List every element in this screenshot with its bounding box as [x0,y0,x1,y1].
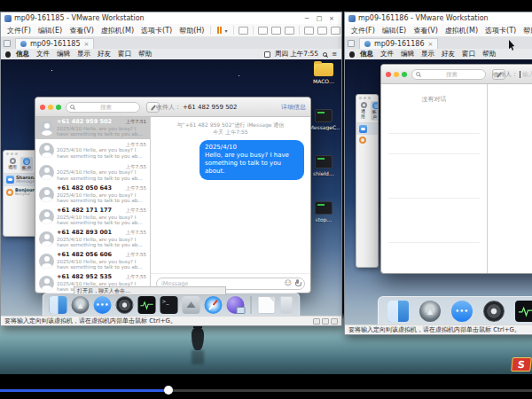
network-adapter-icon[interactable] [331,318,338,325]
prefs-close-button[interactable] [359,97,362,99]
close-traffic-light[interactable] [40,105,45,110]
desktop-icon-folder[interactable]: MACO… [308,59,340,106]
macos-menu-buddies[interactable]: 好友 [94,50,114,59]
show-library-button[interactable] [304,27,314,35]
macos-menu-edit[interactable]: 编辑 [397,50,418,59]
prefs-tab-general[interactable]: 通用 [6,157,19,171]
menubar-clock[interactable]: 周四 上午7:55 [275,50,318,59]
macos-menu-messages[interactable]: 信息 [356,50,377,59]
macos-menu-window[interactable]: 窗口 [458,50,479,59]
vm-tab[interactable]: mp09-161185 × [15,38,94,49]
minimize-traffic-light[interactable] [48,105,53,110]
menu-file[interactable]: 文件(F) [348,26,379,35]
conversation-search[interactable] [66,102,140,113]
tab-close-icon[interactable]: × [427,41,433,48]
dock-system-preferences-icon[interactable] [483,301,505,322]
dock-activity-monitor-icon[interactable] [138,296,156,314]
conversation-row[interactable]: 上午7:55 2025/4/10 Hello, are you busy? I … [35,161,150,184]
maximize-button[interactable]: □ [313,13,325,24]
snapshot-button[interactable] [258,27,268,35]
macos-menu-help[interactable]: 帮助 [135,50,155,59]
tab-close-icon[interactable]: × [83,41,89,48]
menu-file[interactable]: 文件(F) [4,26,35,35]
apple-icon[interactable] [349,51,355,58]
macos-menu-edit[interactable]: 编辑 [53,50,74,59]
manage-snapshots-button[interactable] [285,27,294,35]
dock-utility-icon[interactable] [183,296,200,314]
conversation-row[interactable]: +61 482 171 177上午7:55 2025/4/10 Hello, a… [35,206,150,228]
dock-document-icon[interactable] [258,296,276,314]
microphone-icon[interactable] [295,279,300,287]
emoji-icon[interactable]: ☺ [285,280,292,287]
dock-launchpad-icon[interactable]: ▲ [419,301,441,322]
conversation-row[interactable]: +61 482 050 643上午7:55 2025/4/10 Hello, a… [35,184,150,206]
home-tab-icon[interactable] [4,40,11,47]
prefs-minimize-button[interactable] [364,97,366,99]
hard-disk-icon[interactable] [313,318,320,325]
menu-vm[interactable]: 虚拟机(M) [98,26,137,35]
send-cad-button[interactable] [239,27,248,35]
menu-tabs[interactable]: 选项卡(T) [481,26,520,35]
dock-launchpad-icon[interactable]: ▲ [72,296,90,314]
recipient-input[interactable] [522,71,532,78]
desktop-icon-script-shield[interactable]: shield… [308,152,340,198]
prefs-close-button[interactable] [6,153,9,155]
dock-network-icon[interactable] [227,296,245,314]
power-pause-button[interactable]: ▾ [217,27,227,34]
video-progress-knob[interactable] [164,386,173,395]
menu-vm[interactable]: 虚拟机(M) [442,26,481,35]
macos-menu-window[interactable]: 窗口 [114,50,135,59]
zoom-traffic-light[interactable] [56,105,61,110]
conversation-row[interactable]: +61 482 893 001上午7:55 2025/4/10 Hello, a… [35,228,150,250]
conversation-row[interactable]: 上午7:55 2025/4/10 Hello, are you busy? I … [35,139,150,161]
conversation-search[interactable] [411,69,486,80]
dock-messages-icon[interactable]: ••• [451,301,473,322]
prefs-bonjour-row[interactable] [356,135,378,145]
prefs-tab-accounts[interactable]: @ 帐户 [371,101,379,121]
notification-center-icon[interactable]: ≡ [332,51,337,58]
dock-safari-icon[interactable] [205,296,223,314]
zoom-traffic-light[interactable] [402,72,407,77]
video-progress-track[interactable] [0,389,532,392]
menu-view[interactable]: 查看(V) [410,26,442,35]
dock-trash-icon[interactable] [280,296,293,314]
macos-menu-view[interactable]: 显示 [74,50,94,59]
apple-icon[interactable] [5,51,11,58]
dock-activity-monitor-icon[interactable] [515,301,532,322]
minimize-button[interactable]: ─ [301,13,313,24]
menu-edit[interactable]: 编辑(E) [379,26,410,35]
fullscreen-button[interactable] [331,27,340,35]
macos-menu-file[interactable]: 文件 [377,50,397,59]
prefs-tab-accounts[interactable]: @ 帐户 [20,157,33,171]
macos-menu-view[interactable]: 显示 [418,50,438,59]
menu-edit[interactable]: 编辑(E) [35,26,66,35]
prefs-zoom-button[interactable] [368,97,371,99]
prefs-zoom-button[interactable] [15,153,18,155]
macos-menu-file[interactable]: 文件 [33,50,53,59]
macos-menu-messages[interactable]: 信息 [12,50,33,59]
prefs-account-row[interactable] [356,123,378,135]
menu-help[interactable]: 帮助(H) [176,26,207,35]
desktop-icon-script-imessage[interactable]: iMessageC… [308,106,340,152]
macos-menu-help[interactable]: 帮助 [479,50,499,59]
dock-finder-icon[interactable] [50,296,67,314]
minimize-traffic-light[interactable] [394,72,399,77]
conversation-row[interactable]: +61 482 959 502上午7:51 2025/4/10 Hello, a… [35,117,150,139]
dock-messages-icon[interactable]: ••• [94,296,112,314]
input-source-icon[interactable] [264,51,270,58]
dock-finder-icon[interactable] [387,301,409,322]
cd-rom-icon[interactable] [322,318,329,325]
vm-tab[interactable]: mp09-161186 × [359,38,438,49]
menu-view[interactable]: 查看(V) [66,26,98,35]
desktop-icon-script-stop[interactable]: stop… [308,198,340,244]
details-link[interactable]: 详细信息 [281,103,306,112]
dock-system-preferences-icon[interactable] [116,296,134,314]
dock-terminal-icon[interactable]: >_ [160,296,178,314]
spotlight-icon[interactable] [323,52,327,57]
conversation-row[interactable]: +61 482 056 606上午7:55 2025/4/10 Hello, a… [35,250,150,272]
search-input[interactable] [422,71,481,78]
show-thumbnail-bar-button[interactable] [317,27,327,35]
close-traffic-light[interactable] [386,72,391,77]
menu-help[interactable]: 帮助(H) [520,26,532,35]
revert-snapshot-button[interactable] [271,27,281,35]
